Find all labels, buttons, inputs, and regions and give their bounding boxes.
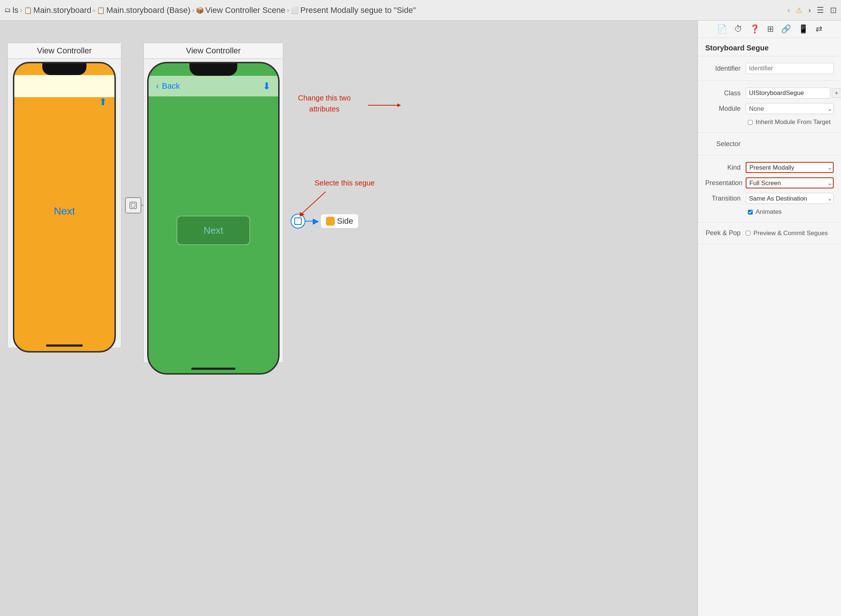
panel-peek-checkbox[interactable] [746,231,750,236]
home-bar-line-second [191,368,236,370]
svg-marker-3 [397,103,401,107]
panel-transition-label: Transition [705,195,746,202]
panel-kind-section: Kind Present Modally Show Show Detail Pr… [698,155,841,223]
right-panel: 📄 ⏱ ❓ ⊞ 🔗 📱 ⇄ Storyboard Segue Identifie… [697,21,841,616]
phone-top-area-first [14,75,114,97]
panel-transition-select[interactable]: Same As Destination Default Cross Dissol… [746,193,834,204]
arrow-head-blue: ▶ [313,216,319,226]
panel-icon-link[interactable]: 🔗 [781,24,791,34]
panel-kind-select[interactable]: Present Modally Show Show Detail Present… [746,162,834,173]
phone-body-first: Next [14,97,114,325]
annotation-change: Change this twoattributes [298,92,350,114]
phone-nav-second: ‹ Back ⬇ [149,76,278,97]
panel-selector-section: Selector [698,133,841,155]
panel-icon-question[interactable]: ❓ [750,24,760,34]
annotation-select: Selecte this segue [315,179,375,187]
vc-second-card: View Controller ‹ Back ⬇ Next [144,43,283,363]
panel-identifier-row: Identifier [698,61,841,76]
panel-title: Storyboard Segue [698,38,841,56]
panel-icon-file[interactable]: 📄 [717,24,727,34]
panel-animates-label: Animates [756,208,782,216]
panel-animates-row: Animates [698,206,841,218]
vc-first-card: View Controller Next ⬆ [7,43,122,348]
download-icon-second[interactable]: ⬇ [263,81,271,92]
panel-selector-label: Selector [705,140,746,148]
phone-notch-first [42,63,86,75]
panel-class-row: Class + ▼ [698,85,841,101]
panel-kind-label: Kind [705,164,746,172]
panel-icon-clock[interactable]: ⏱ [734,24,743,34]
top-bar: 🗂 ls › 📋 Main.storyboard › 📋 Main.storyb… [0,0,841,21]
breadcrumb-scene[interactable]: 📦 View Controller Scene [196,6,285,15]
home-bar-second [149,364,278,373]
panel-module-row: Module None ⌄ [698,101,841,116]
panel-inherit-label: Inherit Module From Target [756,119,831,126]
segue-icon-first[interactable] [125,197,141,213]
panel-icon-grid[interactable]: ⊞ [767,24,774,34]
panel-peek-label: Peek & Pop [705,229,746,237]
svg-rect-0 [130,202,136,209]
phone-second: ‹ Back ⬇ Next [147,62,280,375]
canvas-area: View Controller Next ⬆ ▶ [0,21,697,616]
annotation-change-arrow [368,100,375,111]
phone-first: Next ⬆ [13,62,116,352]
back-label: Back [162,81,180,91]
main-layout: View Controller Next ⬆ ▶ [0,21,841,616]
panel-module-select-wrap: None ⌄ [746,103,834,114]
panel-identifier-input[interactable] [746,63,834,74]
panel-icon-row: 📄 ⏱ ❓ ⊞ 🔗 📱 ⇄ [698,21,841,38]
vc-second-title: View Controller [144,43,283,59]
panel-peek-section: Peek & Pop Preview & Commit Segues [698,223,841,244]
panel-class-section: Class + ▼ Module None ⌄ [698,81,841,133]
svg-rect-1 [131,204,135,207]
panel-inherit-row: Inherit Module From Target [698,116,841,128]
next-label-first: Next [54,205,75,217]
phone-notch-second [189,63,237,76]
square-icon[interactable]: ⊡ [830,6,837,15]
breadcrumb-ls[interactable]: 🗂 ls [4,6,18,15]
breadcrumb-sep-1: › [20,6,22,14]
panel-icon-phone[interactable]: 📱 [799,24,808,34]
breadcrumb-base[interactable]: 📋 Main.storyboard (Base) [97,6,190,15]
back-chevron-icon: ‹ [156,81,159,91]
panel-module-select[interactable]: None [746,103,834,114]
panel-selector-row: Selector [698,137,841,151]
phone-body-second: Next [149,97,278,364]
panel-presentation-label: Presentation [705,179,746,187]
segue-inner-square [294,217,302,225]
panel-transition-row: Transition Same As Destination Default C… [698,191,841,206]
breadcrumb-mainstoryboard[interactable]: 📋 Main.storyboard [24,6,92,15]
breadcrumb-sep-4: › [287,6,290,14]
breadcrumb-sep-2: › [93,6,95,14]
panel-icon-swap[interactable]: ⇄ [816,24,822,34]
panel-transition-select-wrap: Same As Destination Default Cross Dissol… [746,193,834,204]
panel-animates-checkbox[interactable] [748,210,753,214]
panel-identifier-label: Identifier [705,65,746,72]
panel-class-plus-btn[interactable]: + [832,88,841,98]
annotation-select-arrow [324,192,327,221]
breadcrumb-segue[interactable]: ⬜ Present Modally segue to "Side" [291,6,416,15]
panel-class-label: Class [705,89,746,97]
segue-circle-blue[interactable] [291,214,305,229]
panel-class-input[interactable] [746,88,830,98]
panel-kind-select-wrap: Present Modally Show Show Detail Present… [746,162,834,173]
panel-presentation-select[interactable]: Full Screen Automatic Page Sheet Form Sh… [746,177,834,188]
panel-inherit-checkbox[interactable] [748,120,753,125]
breadcrumb-sep-3: › [192,6,195,14]
share-icon-first[interactable]: ⬆ [99,97,107,108]
warning-icon: ⚠ [796,6,802,15]
panel-module-label: Module [705,105,746,113]
hamburger-icon[interactable]: ☰ [817,6,824,15]
panel-kind-row: Kind Present Modally Show Show Detail Pr… [698,160,841,175]
top-bar-right: ‹ ⚠ › ☰ ⊡ [788,6,837,15]
panel-class-wrap: + ▼ [746,88,841,98]
nav-back-button[interactable]: ‹ [788,6,790,14]
next-button-second[interactable]: Next [177,216,250,245]
panel-identifier-section: Identifier [698,56,841,81]
svg-line-4 [302,192,325,214]
vc-first-title: View Controller [8,43,121,59]
home-bar-first [46,345,83,347]
panel-presentation-row: Presentation Full Screen Automatic Page … [698,175,841,191]
panel-presentation-select-wrap: Full Screen Automatic Page Sheet Form Sh… [746,177,834,188]
nav-forward-button[interactable]: › [808,6,811,14]
